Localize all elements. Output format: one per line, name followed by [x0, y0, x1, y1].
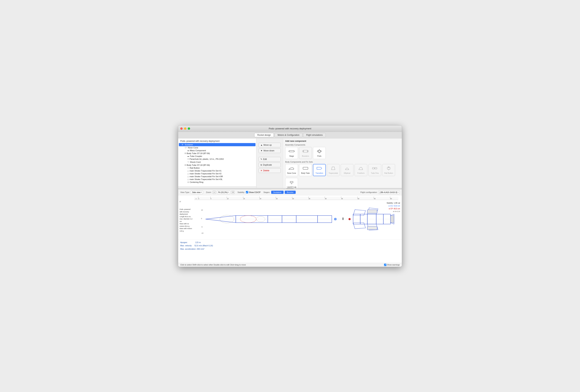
svg-text:20: 20 [259, 198, 261, 199]
tree-scrollbar[interactable] [178, 186, 256, 188]
svg-rect-12 [375, 168, 377, 169]
svg-rect-74 [367, 210, 377, 213]
tree-item-shock-cord[interactable]: 〜 Shock Cord [179, 160, 256, 164]
transition-comp-label: Transition [315, 172, 323, 174]
close-button[interactable] [180, 127, 183, 130]
stability-group: Stability: Show CG/CP [237, 191, 261, 193]
elliptical-add-button: Elliptical [341, 164, 353, 176]
mass-component-label: Mass Component [190, 149, 206, 152]
apogee-value: 115 m [195, 241, 201, 243]
assembly-components-grid: Stage Boosters [285, 147, 400, 159]
stages-label: Stages: [263, 191, 270, 193]
svg-text:0: 0 [201, 218, 202, 219]
nose-cone-add-button[interactable]: Nose Cone [285, 164, 298, 176]
flight-config-group: Flight configuration: [:B6-4;A10-3;A10-3… [360, 191, 400, 194]
rail-button-add-button: Rail Button [382, 164, 395, 176]
tube-coupler-label: Tube Coupler [190, 155, 202, 157]
tree-item-fin-set-1[interactable]: △ main Strake Trapezoidal Fin Set #1 [179, 169, 256, 172]
launch-lug-button[interactable]: Launch Lug [285, 178, 298, 188]
fin-set-3l-label: main Strake Trapezoidal Fin Set #3L [189, 178, 223, 180]
tree-item-body-tube-1[interactable]: ⊟ Body Tube ST-18 (BT-56) [179, 152, 256, 155]
viz-area: 0 5 10 15 20 25 30 35 40 45 50 55 60 [178, 195, 402, 263]
show-warnings-label: Show warnings [387, 264, 400, 266]
move-down-button[interactable]: ▼ Move down [259, 148, 281, 153]
fin-set-3l-icon: △ [187, 178, 189, 180]
flight-config-label: Flight configuration: [360, 191, 378, 193]
tree-item-rail-button[interactable]: ⬡ Rail Button [179, 167, 256, 169]
tree-area: Pods--powered with recovery deployment ⊟… [178, 138, 256, 186]
flight-config-select[interactable]: [:B6-4;A10-3;A10-3] ▾ [379, 191, 400, 194]
svg-text:25: 25 [276, 198, 278, 199]
velocity-row: Max. velocity: 52,6 m/s (Mach 0,16) [180, 244, 400, 247]
tree-item-mass-component[interactable]: ▬ Mass Component [179, 149, 256, 152]
stage-icon [289, 149, 295, 155]
move-up-icon: ▲ [261, 144, 263, 146]
elliptical-comp-icon [344, 166, 350, 172]
svg-rect-3 [303, 150, 308, 152]
pods-button[interactable]: Pods [313, 147, 326, 159]
move-up-button[interactable]: ▲ Move up [259, 143, 281, 147]
status-bar: Click to select Shift+click to select ot… [178, 263, 402, 267]
tab-rocket-design[interactable]: Rocket design [254, 133, 274, 137]
tree-root-label: Pods--powered with recovery deployment [179, 139, 256, 143]
move-down-icon: ▼ [261, 149, 263, 152]
pods-label: Pods [317, 155, 321, 157]
centering-ring-icon: ◎ [187, 181, 189, 183]
tree-item-fin-set-3l[interactable]: △ main Strake Trapezoidal Fin Set #3L [179, 178, 256, 181]
svg-rect-11 [372, 168, 374, 169]
fin-set-1-icon: △ [187, 170, 189, 172]
svg-point-6 [318, 150, 320, 152]
tab-motors[interactable]: Motors & Configuration [275, 133, 302, 137]
delete-button[interactable]: ✕ Delete [259, 168, 281, 173]
apogee-row: Apogee: 115 m [180, 241, 400, 244]
view-type-select[interactable]: Side view ▾ [191, 191, 203, 194]
tree-item-fin-set-2[interactable]: △ main Strake Trapezoidal Fin Set #2 [179, 172, 256, 175]
tree-item-fin-set-3r[interactable]: △ main Strake Trapezoidal Fin Set #3R [179, 175, 256, 178]
sustainer-stage-button[interactable]: Sustainer [271, 191, 284, 194]
show-warnings-checkbox[interactable] [384, 264, 386, 266]
show-cg-cp-checkbox[interactable] [246, 191, 248, 193]
accel-label: Max. acceleration: [180, 248, 196, 250]
svg-text:50: 50 [357, 198, 359, 199]
tree-item-tube-coupler[interactable]: ▬ Tube Coupler [179, 155, 256, 158]
svg-text:40: 40 [325, 198, 327, 199]
tree-item-centering-ring[interactable]: ◎ Centering Ring [179, 181, 256, 184]
minimize-button[interactable] [184, 127, 186, 130]
traffic-lights [180, 127, 190, 130]
mass-with-motors-label: Mass with motors 118 g [180, 227, 193, 232]
zoom-in-button[interactable]: + [231, 191, 235, 194]
tab-simulations[interactable]: Flight simulations [303, 133, 326, 137]
tree-item-sustainer[interactable]: ⊟ Sustainer [179, 143, 256, 146]
tree-item-parachute[interactable]: ⊙ Parachute kit, plastic, 12 in., PN 226… [179, 158, 256, 160]
svg-rect-4 [303, 151, 304, 152]
centering-ring-label: Centering Ring [190, 181, 203, 183]
mass-no-motors-label: Mass with no motors 89,4 g [180, 223, 193, 227]
boosters-icon [302, 149, 309, 155]
edit-button[interactable]: ✎ Edit [259, 157, 281, 162]
nose-cone-comp-icon [289, 166, 295, 172]
apogee-label: Apogee: [180, 241, 188, 243]
launch-lug-row: Launch Lug [285, 178, 400, 188]
stage-button[interactable]: Stage [285, 147, 298, 159]
delete-icon: ✕ [261, 169, 262, 172]
cp-value: ● CP: 60,5 cm [387, 207, 400, 210]
tree-item-body-tube-2[interactable]: ⊟ Body Tube ST-18 (BT-56) [179, 164, 256, 167]
maximize-button[interactable] [188, 127, 190, 130]
rail-button-comp-label: Rail Button [384, 172, 393, 174]
svg-rect-76 [342, 218, 343, 220]
svg-rect-0 [289, 151, 294, 152]
body-tube-2-expand-icon: ⊟ [185, 164, 186, 166]
transition-add-button[interactable]: Transition [313, 164, 326, 176]
body-tube-add-button[interactable]: Body Tube [299, 164, 312, 176]
show-cg-cp-label: Show CG/CP [249, 191, 261, 193]
rocket-name-label: Pods--powered with recovery deployment [180, 208, 193, 215]
boosters-button: Boosters [299, 147, 312, 159]
booster-stage-button[interactable]: Booster [285, 191, 296, 194]
tree-item-nose-cone[interactable]: ◁─ Nose Cone [179, 146, 256, 149]
sustainer-expand-icon: ⊟ [182, 144, 183, 146]
duplicate-button[interactable]: ⧉ Duplicate [259, 163, 281, 167]
svg-text:55: 55 [374, 198, 376, 199]
zoom-out-button[interactable]: − [213, 191, 216, 194]
trapezoidal-comp-label: Trapezoidal [329, 172, 338, 174]
zoom-select[interactable]: Fit (33,3%) ▾ [217, 191, 230, 194]
